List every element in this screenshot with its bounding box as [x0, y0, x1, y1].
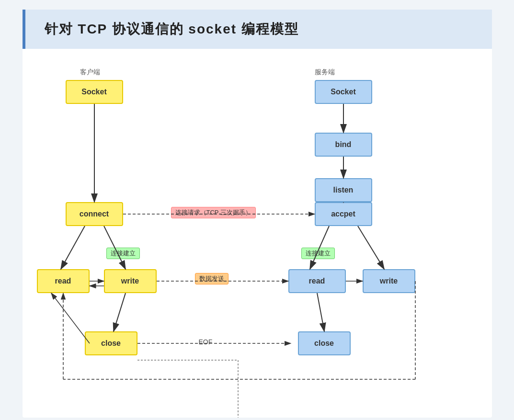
- client-read-box: read: [37, 269, 90, 293]
- client-connect-box: connect: [66, 202, 123, 226]
- conn-req-label: 连接请求（TCP 三次握手）: [171, 207, 256, 218]
- page-title: 针对 TCP 协议通信的 socket 编程模型: [45, 22, 299, 36]
- diagram-area: 客户端 服务端 Socket connect read write close …: [23, 63, 492, 418]
- server-listen-box: listen: [315, 178, 372, 202]
- svg-line-18: [114, 293, 126, 331]
- svg-line-10: [358, 226, 384, 269]
- server-accept-box: accpet: [315, 202, 372, 226]
- client-write-box: write: [104, 269, 157, 293]
- client-close-box: close: [85, 331, 137, 355]
- svg-line-19: [51, 293, 90, 343]
- server-write-box: write: [363, 269, 415, 293]
- conn-est-server-label: 连接建立: [301, 248, 335, 259]
- eof-label: EOF: [195, 337, 217, 347]
- svg-line-21: [317, 293, 324, 331]
- title-bar: 针对 TCP 协议通信的 socket 编程模型: [23, 10, 492, 49]
- page-wrapper: 针对 TCP 协议通信的 socket 编程模型 客户端 服务端 Socket …: [23, 10, 492, 418]
- client-label: 客户端: [80, 68, 100, 77]
- data-send-top-label: 数据发送: [195, 273, 228, 284]
- conn-est-client-label: 连接建立: [106, 248, 140, 259]
- svg-line-7: [61, 226, 85, 269]
- server-label: 服务端: [315, 68, 335, 77]
- server-socket-box: Socket: [315, 80, 372, 104]
- arrows-svg: [23, 63, 492, 418]
- server-bind-box: bind: [315, 133, 372, 157]
- server-read-box: read: [288, 269, 346, 293]
- server-close-box: close: [298, 331, 351, 355]
- client-socket-box: Socket: [66, 80, 123, 104]
